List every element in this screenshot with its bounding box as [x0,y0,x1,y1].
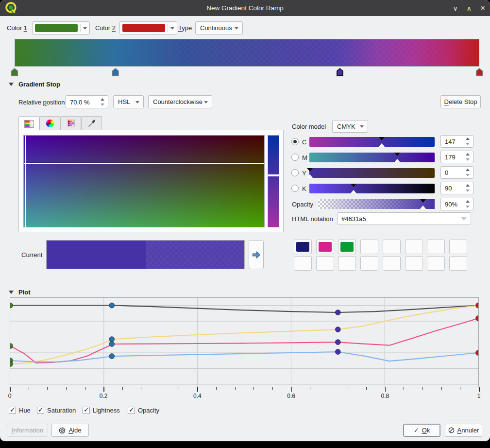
channel-slider-K[interactable] [309,184,435,193]
channel-radio-C[interactable] [291,138,299,145]
major-tick [10,387,11,392]
slider-handle[interactable] [394,153,400,162]
stop-marker-fill [477,69,482,75]
color1-button[interactable] [32,21,90,34]
type-select[interactable]: Continuous [195,21,243,34]
gradient-plot[interactable] [10,297,479,387]
saved-swatch[interactable] [316,240,334,254]
spinner-arrows[interactable] [100,96,106,108]
color2-button[interactable] [119,21,177,34]
html-notation-input[interactable]: #4631a5 [337,212,471,225]
chevron-down-icon [235,27,238,30]
color-model-select[interactable]: CMYK [332,120,368,133]
major-tick [479,387,480,392]
ok-button[interactable]: ✓ Ok [403,424,440,437]
major-tick [385,387,386,392]
minimize-icon[interactable]: ∨ [453,5,458,12]
color-model-label: Color model [292,123,326,130]
saved-swatch[interactable] [294,240,312,254]
slider-handle[interactable] [379,137,385,147]
channel-radio-K[interactable] [291,185,299,192]
collapse-arrow-icon[interactable] [9,291,14,294]
empty-swatch[interactable] [427,256,445,271]
empty-swatch[interactable] [405,240,423,254]
channel-slider-C[interactable] [309,137,435,147]
empty-swatch[interactable] [449,256,467,271]
maximize-icon[interactable]: ∧ [467,5,472,12]
empty-swatch[interactable] [449,240,467,254]
saved-swatch[interactable] [338,240,356,254]
title-bar[interactable]: New Gradient Color Ramp ∨ ∧ × [0,0,490,16]
empty-swatch[interactable] [316,256,334,271]
gradient-stop-marker[interactable] [476,68,483,76]
help-button[interactable]: Aide [51,424,89,437]
current-color-translucent [146,241,245,269]
empty-swatch[interactable] [383,240,401,254]
color-strip-cursor [268,174,279,175]
gradient-stop-marker[interactable] [11,68,18,76]
swatch-fill [296,242,309,252]
close-icon[interactable]: × [480,4,485,12]
collapse-arrow-icon[interactable] [9,83,14,86]
legend-checkbox-saturation[interactable] [37,407,44,414]
channel-spinbox-M[interactable]: 179 [440,151,473,163]
delete-stop-button[interactable]: Delete Stop [440,95,481,108]
empty-swatch[interactable] [360,256,378,271]
channel-spinbox-K[interactable]: 90 [440,182,473,194]
tab-color-box[interactable] [18,116,39,131]
empty-swatch[interactable] [360,240,378,254]
spinner-arrows[interactable] [465,136,471,147]
legend-checkbox-hue[interactable] [9,407,16,414]
empty-swatch[interactable] [338,256,356,271]
saved-swatches-grid [294,240,481,271]
channel-radio-Y[interactable] [291,169,299,176]
color-box-2d[interactable] [23,135,265,227]
channel-label: C [302,138,306,146]
spinner-arrows[interactable] [465,151,471,163]
tab-color-sampler[interactable] [81,116,102,130]
information-button[interactable]: Information [7,424,48,437]
spinner-arrows[interactable] [465,198,471,210]
legend-checkbox-opacity[interactable] [128,407,135,414]
gradient-ramp-preview[interactable] [15,39,479,67]
opacity-label: Opacity [292,201,313,208]
empty-swatch[interactable] [294,256,312,271]
gradient-stop-marker[interactable] [112,68,119,76]
slider-handle[interactable] [351,184,356,193]
channel-slider-Y[interactable] [309,168,435,178]
empty-swatch[interactable] [383,256,401,271]
spinner-arrows[interactable] [465,182,471,194]
plot-header: Plot [18,289,31,296]
hue-direction-select[interactable]: Counterclockwise [148,95,212,108]
swatches-icon [67,120,75,127]
minor-ticks [10,387,479,390]
legend-label: Hue [19,407,31,414]
empty-swatch[interactable] [427,240,445,254]
opacity-slider[interactable] [318,199,435,209]
x-tick-label: 0.8 [381,393,389,399]
color-spec-select[interactable]: HSL [113,95,144,108]
legend-checkbox-lightness[interactable] [83,407,90,414]
channel-slider-M[interactable] [309,153,435,162]
channel-spinbox-Y[interactable]: 0 [440,166,473,179]
tab-color-wheel[interactable]: ▶ [39,116,60,130]
spinner-arrows[interactable] [465,167,471,178]
gradient-stop-marker[interactable] [337,68,343,76]
color2-label: Color 2 [95,24,116,32]
cancel-button[interactable]: Annuler [445,424,482,437]
current-color-solid [47,241,146,269]
relative-position-spinbox[interactable]: 70.0 % [66,95,108,108]
opacity-spinbox[interactable]: 90% [440,198,473,210]
slider-handle[interactable] [420,199,426,209]
empty-swatch[interactable] [405,256,423,271]
current-label: Current [21,251,42,258]
channel-sliders: C147M179Y0K90 [290,137,481,198]
apply-color-button[interactable] [249,240,264,269]
color-strip-slider[interactable] [268,135,279,227]
slider-handle[interactable] [307,168,313,178]
channel-spinbox-C[interactable]: 147 [440,135,473,148]
channel-label: Y [302,170,306,177]
tab-swatches[interactable] [60,116,81,130]
help-lifebuoy-icon [59,427,66,434]
channel-radio-M[interactable] [291,154,299,161]
